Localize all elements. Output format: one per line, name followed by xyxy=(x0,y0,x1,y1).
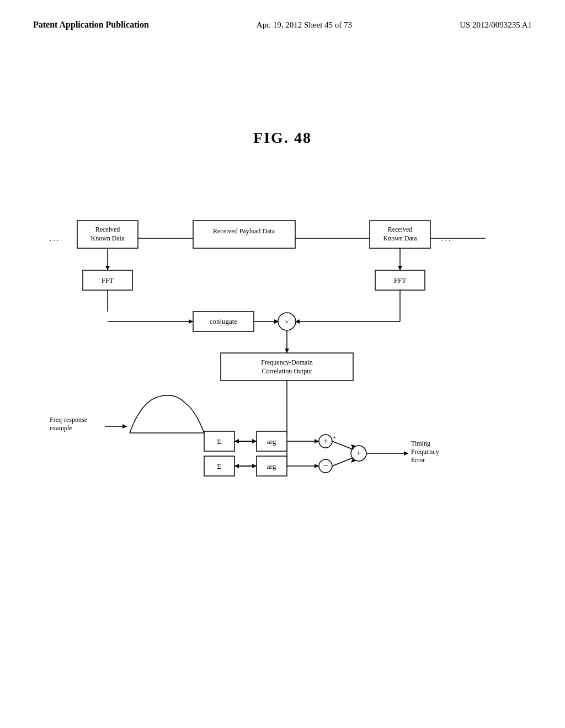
multiply-symbol: × xyxy=(285,318,289,326)
timing-freq-label-line2: Frequency xyxy=(411,448,439,456)
conjugate-label: conjugate xyxy=(210,317,238,325)
arrow-sum-bot-to-arg xyxy=(252,464,257,468)
sum-top-label: Σ xyxy=(217,437,221,446)
diagram-area: . . . Received Known Data Received Paylo… xyxy=(33,215,530,524)
arg-bottom-label: arg xyxy=(267,462,276,470)
received-known-data-right-line2: Known Data xyxy=(383,234,418,242)
diagram-svg: . . . Received Known Data Received Paylo… xyxy=(33,215,530,524)
sum-bottom-label: Σ xyxy=(217,462,221,470)
dots-right: . . . xyxy=(441,234,450,243)
fft-right-label: FFT xyxy=(394,276,406,285)
plus-label-on-top: + xyxy=(333,434,336,441)
freq-domain-line2: Correlation Output xyxy=(262,367,313,375)
arrow-right-known-to-fft xyxy=(398,266,402,270)
freq-resp-label-line2: example xyxy=(50,424,72,432)
figure-title: FIG. 48 xyxy=(0,129,565,147)
sheet-info: Apr. 19, 2012 Sheet 45 of 73 xyxy=(257,20,352,30)
plus-combine-symbol: + xyxy=(356,448,361,458)
received-payload-data-label: Received Payload Data xyxy=(213,227,275,235)
received-known-data-right-line1: Received xyxy=(388,226,413,233)
plus-top-symbol: + xyxy=(323,436,328,446)
arrow-sum-top-to-arg xyxy=(252,439,257,443)
fft-left-label: FFT xyxy=(102,276,114,285)
arg-top-label: arg xyxy=(267,437,276,446)
patent-number: US 2012/0093235 A1 xyxy=(460,20,532,30)
arrow-left-known-to-fft xyxy=(105,266,110,270)
freq-resp-label-line1: Freq-response xyxy=(50,416,87,424)
freq-resp-curve xyxy=(130,395,204,433)
publication-label: Patent Application Publication xyxy=(33,20,149,30)
timing-freq-label-line1: Timing xyxy=(411,440,430,447)
received-known-data-left-line2: Known Data xyxy=(91,234,125,242)
freq-resp-arrowhead xyxy=(122,424,127,429)
arrow-arg-top-to-plus xyxy=(315,439,319,443)
received-known-data-left-line1: Received xyxy=(95,226,120,233)
freq-domain-line1: Frequency-Domain xyxy=(261,358,312,366)
minus-symbol: − xyxy=(323,461,328,470)
freq-domain-box xyxy=(221,353,353,381)
minus-label-on-bot: − xyxy=(333,459,336,466)
page-header: Patent Application Publication Apr. 19, … xyxy=(0,0,565,30)
timing-freq-label-line3: Error xyxy=(411,456,425,464)
svg-line-17 xyxy=(332,441,353,449)
arrow-to-timing-error xyxy=(404,451,408,456)
arrow-arg-bot-to-minus xyxy=(315,464,319,468)
arrow-to-conjugate xyxy=(189,319,193,324)
dots-left: . . . xyxy=(50,234,58,243)
arrow-mult-to-freq xyxy=(285,349,289,353)
